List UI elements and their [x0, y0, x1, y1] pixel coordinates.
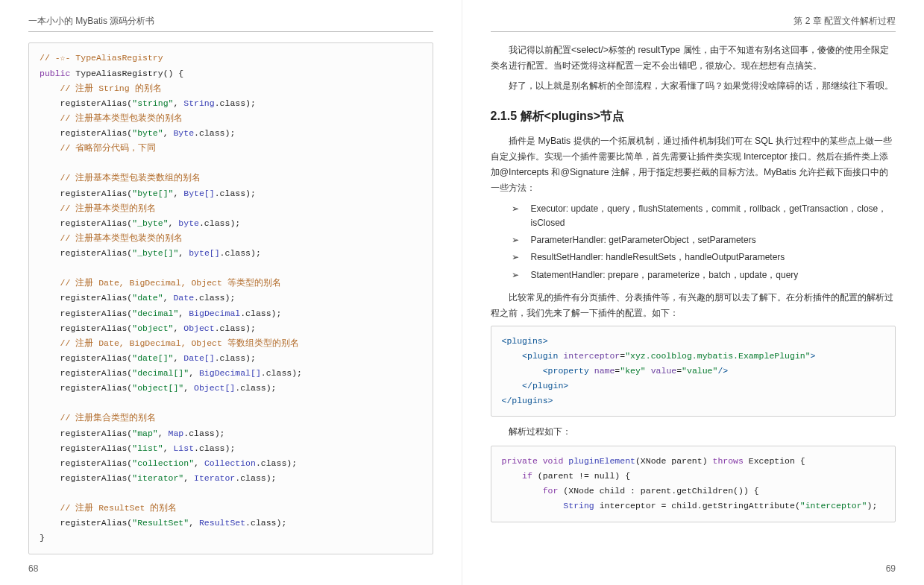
code-text: interceptor = child.getStringAttribute( — [594, 501, 800, 510]
book-page-left: 一本小小的 MyBatis 源码分析书 // -☆- TypeAliasRegi… — [0, 0, 462, 585]
code-text: .class); — [194, 293, 235, 303]
code-text: registerAlias( — [60, 353, 133, 363]
code-text: , — [163, 128, 174, 138]
code-text: , — [163, 293, 174, 303]
arrow-icon: ➢ — [512, 202, 521, 230]
xml-tag: > — [811, 351, 816, 361]
code-string: "_byte[]" — [132, 248, 178, 258]
code-text: registerAlias( — [60, 518, 133, 528]
code-text: registerAlias( — [60, 189, 133, 198]
code-comment: // 注册 ResultSet 的别名 — [60, 503, 177, 513]
code-block-java: private void pluginElement(XNode parent)… — [491, 446, 896, 522]
code-text: .class); — [215, 189, 256, 198]
arrow-icon: ➢ — [512, 250, 521, 265]
code-text: , — [169, 218, 179, 228]
code-class: BigDecimal[] — [199, 368, 261, 378]
code-class: Byte — [173, 128, 194, 138]
code-string: "decimal[]" — [132, 368, 189, 378]
code-text: .class); — [235, 473, 276, 483]
bullet-text: Executor: update，query，flushStatements，c… — [531, 202, 896, 230]
code-text: .class); — [240, 309, 281, 318]
code-text: (XNode child : parent.getChildren()) { — [558, 486, 758, 496]
bullet-text: ResultSetHandler: handleResultSets，handl… — [531, 250, 785, 265]
xml-value: "key" — [620, 366, 646, 376]
code-comment: // 注册基本类型的别名 — [60, 203, 157, 213]
code-string: "iterator" — [132, 473, 183, 483]
code-text: , — [178, 309, 189, 318]
bullet-item: ➢Executor: update，query，flushStatements，… — [512, 202, 896, 230]
code-text: .class); — [235, 383, 276, 393]
code-keyword: void — [543, 456, 564, 466]
code-text: registerAlias( — [60, 128, 133, 138]
code-text: registerAlias( — [60, 443, 133, 453]
paragraph: 好了，以上就是别名解析的全部流程，大家看懂了吗？如果觉得没啥障碍的话，那继续往下… — [491, 78, 896, 94]
code-keyword: throws — [712, 456, 743, 466]
paragraph: 我记得以前配置<select/>标签的 resultType 属性，由于不知道有… — [491, 42, 896, 74]
xml-value: "value" — [682, 366, 717, 376]
bullet-text: StatementHandler: prepare，parameterize，b… — [531, 268, 799, 282]
code-string: "_byte" — [132, 218, 168, 228]
xml-tag: </plugins> — [502, 396, 553, 405]
code-text: , — [173, 189, 183, 198]
code-string: "map" — [132, 429, 158, 438]
xml-attr: value — [651, 366, 677, 376]
code-string: "ResultSet" — [132, 518, 189, 528]
code-text: registerAlias( — [60, 293, 133, 303]
code-text: .class); — [183, 429, 224, 438]
code-type: String — [563, 501, 594, 510]
code-class: Byte[] — [183, 189, 214, 198]
xml-tag: <plugins> — [502, 336, 548, 346]
code-class: Object — [183, 323, 214, 333]
code-text: .class); — [199, 218, 240, 228]
page-header-left: 一本小小的 MyBatis 源码分析书 — [28, 13, 433, 32]
code-keyword: private — [502, 456, 538, 466]
code-class: List — [173, 443, 194, 453]
code-class: byte — [178, 218, 199, 228]
code-text: , — [158, 429, 169, 438]
page-header-right: 第 2 章 配置文件解析过程 — [491, 13, 896, 32]
code-text: Exception { — [744, 456, 805, 466]
code-string: "interceptor" — [800, 501, 867, 510]
arrow-icon: ➢ — [512, 268, 521, 282]
xml-tag: <plugin — [522, 351, 558, 361]
arrow-icon: ➢ — [512, 233, 521, 247]
code-string: "decimal" — [132, 309, 178, 318]
xml-attr: name — [594, 366, 615, 376]
code-text: .class); — [194, 128, 235, 138]
code-text: , — [189, 518, 199, 528]
code-string: "date[]" — [132, 353, 173, 363]
code-text: , — [163, 443, 174, 453]
code-string: "object[]" — [132, 383, 183, 393]
code-block-typealias: // -☆- TypeAliasRegistry public TypeAlia… — [28, 42, 433, 554]
code-fn: pluginElement — [568, 456, 635, 466]
bullet-list: ➢Executor: update，query，flushStatements，… — [512, 202, 896, 282]
code-comment: // 省略部分代码，下同 — [60, 143, 157, 153]
section-heading: 2.1.5 解析<plugins>节点 — [491, 106, 896, 126]
code-comment: // 注册 String 的别名 — [60, 83, 162, 93]
bullet-item: ➢StatementHandler: prepare，parameterize，… — [512, 268, 896, 282]
code-text: , — [173, 98, 183, 108]
code-text: TypeAliasRegistry() { — [70, 69, 183, 78]
paragraph: 插件是 MyBatis 提供的一个拓展机制，通过插件机制我们可在 SQL 执行过… — [491, 133, 896, 196]
code-text: , — [183, 383, 194, 393]
code-text: .class); — [220, 248, 261, 258]
code-text: , — [189, 368, 199, 378]
code-comment: // 注册 Date, BigDecimal, Object 等类型的别名 — [60, 278, 281, 288]
code-text: registerAlias( — [60, 383, 133, 393]
code-text: , — [194, 458, 204, 468]
code-text: registerAlias( — [60, 368, 133, 378]
book-page-right: 第 2 章 配置文件解析过程 我记得以前配置<select/>标签的 resul… — [462, 0, 925, 585]
code-comment: // 注册基本类型包装类数组的别名 — [60, 173, 201, 183]
code-keyword: public — [40, 69, 70, 78]
code-string: "collection" — [132, 458, 194, 468]
code-string: "object" — [132, 323, 173, 333]
code-class: String — [183, 98, 214, 108]
code-comment: // 注册 Date, BigDecimal, Object 等数组类型的别名 — [60, 338, 299, 348]
code-string: "string" — [132, 98, 173, 108]
code-text: .class); — [256, 458, 297, 468]
code-class: Object[] — [194, 383, 235, 393]
code-text: registerAlias( — [60, 473, 133, 483]
code-text: , — [178, 248, 189, 258]
code-string: "byte" — [132, 128, 163, 138]
xml-tag: /> — [717, 366, 728, 376]
